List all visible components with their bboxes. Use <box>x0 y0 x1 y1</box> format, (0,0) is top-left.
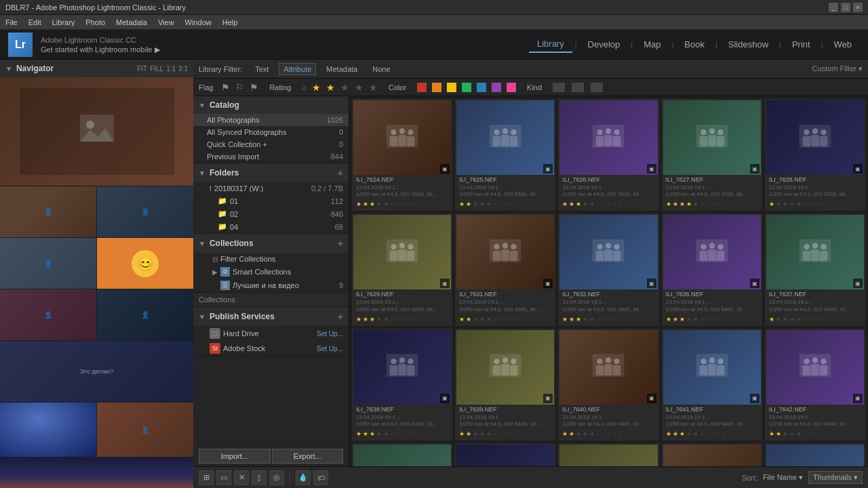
star-4[interactable]: ★ <box>583 430 588 437</box>
thumbnails-btn[interactable]: Thumbnails ▾ <box>808 471 863 484</box>
star-4[interactable]: ★ <box>376 316 382 323</box>
nav-book[interactable]: Book <box>676 37 713 52</box>
navigator-header[interactable]: ▼ Navigator FIT FILL 1:1 3:1 <box>0 60 193 77</box>
star-5[interactable]: ★ <box>486 316 492 323</box>
star-4[interactable]: ★ <box>789 430 795 437</box>
star-2[interactable]: ★ <box>363 201 368 207</box>
filter-none-btn[interactable]: None <box>368 63 395 75</box>
color-red[interactable] <box>417 83 427 92</box>
star-1[interactable]: ★ <box>356 201 361 207</box>
color-green[interactable] <box>462 83 471 92</box>
star-4[interactable]: ★ <box>789 316 795 323</box>
star-5[interactable]: ★ <box>383 430 389 437</box>
collections-header[interactable]: ▼ Collections + <box>193 234 349 253</box>
menu-view[interactable]: View <box>158 18 174 26</box>
compare-view-btn[interactable]: ✕ <box>234 470 249 485</box>
hard-drive-setup[interactable]: Set Up... <box>317 330 343 338</box>
photo-cell-10[interactable]: ▣ILI_7637.NEF13.04.2018 19:1...1/250 sec… <box>765 214 865 325</box>
star-2[interactable]: ★ <box>326 82 335 93</box>
star-2[interactable]: ★ <box>466 201 471 207</box>
rating-op[interactable]: ≥ <box>302 83 307 92</box>
star-5[interactable]: ★ <box>369 82 378 93</box>
star-2[interactable]: ★ <box>673 316 678 323</box>
best-collection-item[interactable]: ☰ Лучшие и на видео 9 <box>193 279 349 292</box>
star-2[interactable]: ★ <box>466 430 471 437</box>
star-3[interactable]: ★ <box>370 316 375 323</box>
star-2[interactable]: ★ <box>569 201 574 207</box>
add-publish-btn[interactable]: + <box>338 311 343 322</box>
star-5[interactable]: ★ <box>486 430 492 437</box>
star-1[interactable]: ★ <box>356 316 361 323</box>
publish-services-header[interactable]: ▼ Publish Services + <box>193 307 349 326</box>
star-3[interactable]: ★ <box>370 430 375 437</box>
photo-cell-14[interactable]: ▣ILI_7641.NEF13.04.2018 19:1...1/250 sec… <box>662 329 762 441</box>
photo-cell-2[interactable]: ▣ILI_7625.NEF13.04.2018 19:1...1/250 sec… <box>455 99 555 211</box>
star-2[interactable]: ★ <box>466 316 471 323</box>
photo-cell-8[interactable]: ▣ILI_7632.NEF13.04.2018 19:1...1/250 sec… <box>558 214 658 325</box>
kind-1[interactable] <box>553 83 565 92</box>
folder-02[interactable]: 📁 02 846 <box>193 207 349 220</box>
face-thumb-6[interactable]: 👤 <box>97 289 193 340</box>
kind-2[interactable] <box>572 83 584 92</box>
star-2[interactable]: ★ <box>776 430 781 437</box>
face-thumb-2[interactable]: 👤 <box>97 186 193 237</box>
minimize-btn[interactable]: _ <box>829 3 838 12</box>
star-5[interactable]: ★ <box>693 316 698 323</box>
star-3[interactable]: ★ <box>679 316 685 323</box>
star-4[interactable]: ★ <box>583 201 588 207</box>
star-5[interactable]: ★ <box>589 430 595 437</box>
menu-help[interactable]: Help <box>222 18 238 26</box>
survey-view-btn[interactable]: ▯ <box>252 470 267 485</box>
face-thumb-wide[interactable]: Это делаю? <box>0 341 193 402</box>
nav-fill[interactable]: FILL <box>150 65 163 73</box>
photo-cell-12[interactable]: ▣ILI_7639.NEF13.04.2018 19:1...1/250 sec… <box>455 329 555 441</box>
drive-item[interactable]: I 20180317 (W:) 0.2 / 7.7B <box>193 182 349 195</box>
previous-import-item[interactable]: Previous Import 844 <box>193 150 349 163</box>
star-5[interactable]: ★ <box>486 201 492 207</box>
star-2[interactable]: ★ <box>363 430 368 437</box>
all-photographs-item[interactable]: All Photographs 1026 <box>193 114 349 126</box>
star-1[interactable]: ★ <box>459 316 465 323</box>
star-1[interactable]: ★ <box>769 316 774 323</box>
face-thumb-4[interactable]: 😊 <box>97 238 193 289</box>
nav-print[interactable]: Print <box>784 37 818 52</box>
nav-fit[interactable]: FIT <box>137 65 147 73</box>
star-5[interactable]: ★ <box>796 201 802 207</box>
smart-collections-item[interactable]: ▶ ⚙ Smart Collections <box>193 265 349 279</box>
color-purple[interactable] <box>492 83 501 92</box>
filter-text-btn[interactable]: Text <box>250 63 273 75</box>
star-3[interactable]: ★ <box>576 430 581 437</box>
star-2[interactable]: ★ <box>363 316 368 323</box>
star-2[interactable]: ★ <box>673 201 678 207</box>
color-pink[interactable] <box>507 83 516 92</box>
add-folder-btn[interactable]: + <box>338 167 343 178</box>
window-controls[interactable]: _ □ × <box>829 3 863 12</box>
star-1[interactable]: ★ <box>666 316 671 323</box>
filter-attribute-btn[interactable]: Attribute <box>279 63 316 75</box>
photo-cell-5[interactable]: ▣ILI_7628.NEF13.04.2018 19:1...1/250 sec… <box>765 99 865 211</box>
star-4[interactable]: ★ <box>686 430 692 437</box>
export-button[interactable]: Export... <box>272 449 344 464</box>
star-3[interactable]: ★ <box>576 316 581 323</box>
mobile-text[interactable]: Get started with Lightroom mobile ▶ <box>41 45 160 54</box>
photo-cell-7[interactable]: ▣ILI_7631.NEF13.04.2018 19:1...1/250 sec… <box>455 214 555 325</box>
add-collection-btn[interactable]: + <box>338 238 343 249</box>
star-4[interactable]: ★ <box>686 316 692 323</box>
star-1[interactable]: ★ <box>562 201 568 207</box>
photo-cell-20[interactable]: ▣ <box>765 443 865 466</box>
nav-develop[interactable]: Develop <box>580 37 629 52</box>
star-3[interactable]: ★ <box>576 201 581 207</box>
nav-3-1[interactable]: 3:1 <box>178 65 188 73</box>
metadata-btn[interactable]: 🏷 <box>313 470 328 485</box>
star-2[interactable]: ★ <box>569 316 574 323</box>
star-4[interactable]: ★ <box>479 430 485 437</box>
star-1[interactable]: ★ <box>666 201 671 207</box>
people-view-btn[interactable]: ◎ <box>269 470 284 485</box>
hard-drive-publish[interactable]: ⬚ Hard Drive Set Up... <box>193 326 349 341</box>
photo-cell-6[interactable]: ▣ILI_7629.NEF13.04.2018 19:1...1/250 sec… <box>352 214 452 325</box>
all-synced-item[interactable]: All Synced Photographs 0 <box>193 126 349 138</box>
star-2[interactable]: ★ <box>673 430 678 437</box>
close-btn[interactable]: × <box>853 3 863 12</box>
star-1[interactable]: ★ <box>562 430 568 437</box>
star-4[interactable]: ★ <box>376 201 382 207</box>
